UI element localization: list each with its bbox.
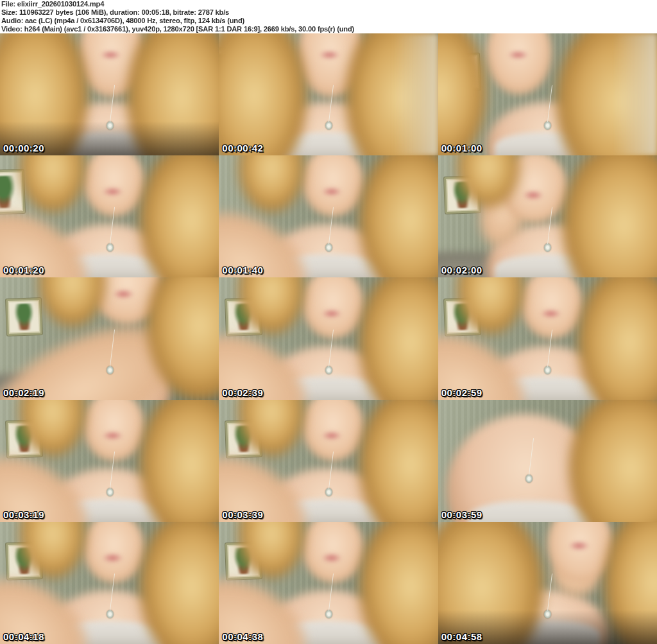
hair-right-silhouette (359, 522, 438, 644)
timestamp-overlay: 00:00:42 (222, 143, 263, 153)
timestamp-overlay: 00:01:20 (3, 265, 44, 275)
timestamp-overlay: 00:01:40 (222, 265, 263, 275)
file-info-header: File: elixiirr_202601030124.mp4 Size: 11… (0, 0, 657, 33)
lips-silhouette (541, 309, 561, 318)
hair-right-silhouette (359, 277, 438, 399)
plant-print (0, 176, 17, 209)
video-thumbnail: 00:04:38 (219, 522, 438, 644)
timestamp-overlay: 00:04:18 (3, 631, 44, 642)
lips-silhouette (322, 187, 342, 196)
lips-silhouette (322, 553, 342, 562)
lips-silhouette (101, 51, 121, 59)
timestamp-overlay: 00:01:00 (441, 143, 482, 153)
video-thumbnail: 00:02:39 (219, 277, 438, 399)
video-thumbnail: 00:00:42 (219, 33, 438, 155)
video-thumbnail: 00:03:59 (438, 400, 657, 522)
timestamp-overlay: 00:02:39 (222, 387, 263, 398)
video-thumbnail: 00:03:19 (0, 400, 219, 522)
video-contact-sheet: File: elixiirr_202601030124.mp4 Size: 11… (0, 0, 657, 644)
necklace-pendant (107, 243, 114, 252)
hair-right-silhouette (359, 155, 438, 277)
necklace-pendant (325, 488, 332, 496)
hair-right-silhouette (359, 400, 438, 522)
hair-right-silhouette (140, 400, 219, 522)
timestamp-overlay: 00:02:19 (3, 387, 44, 398)
video-thumbnail: 00:01:20 (0, 155, 219, 277)
picture-frame (6, 298, 42, 336)
video-thumbnail: 00:03:39 (219, 400, 438, 522)
doorway-light-overlay (613, 33, 657, 155)
video-thumbnail: 00:00:20 (0, 33, 219, 155)
timestamp-overlay: 00:03:59 (441, 509, 482, 520)
video-thumbnail: 00:04:58 (438, 522, 657, 644)
hair-right-silhouette (563, 155, 657, 277)
video-thumbnail: 00:01:40 (219, 155, 438, 277)
hair-right-silhouette (140, 155, 219, 277)
timestamp-overlay: 00:03:39 (222, 509, 263, 520)
timestamp-overlay: 00:02:00 (441, 265, 482, 275)
plant-print (12, 303, 35, 330)
thumbnail-grid: 00:00:20 00:00:42 00:01: (0, 33, 657, 644)
hair-right-silhouette (140, 522, 219, 644)
timestamp-overlay: 00:04:58 (441, 631, 482, 642)
video-thumbnail: 00:02:00 (438, 155, 657, 277)
timestamp-overlay: 00:00:20 (3, 143, 44, 153)
file-size-line: Size: 110963227 bytes (106 MiB), duratio… (1, 8, 637, 17)
hair-right-silhouette (578, 277, 657, 399)
necklace-pendant (325, 366, 332, 374)
video-info-line: Video: h264 (Main) (avc1 / 0x31637661), … (1, 25, 637, 33)
hair-left-silhouette (219, 33, 307, 155)
lips-silhouette (524, 191, 543, 199)
necklace-pendant (107, 488, 114, 496)
necklace-pendant (107, 610, 114, 618)
necklace-pendant (325, 610, 332, 618)
video-thumbnail: 00:04:18 (0, 522, 219, 644)
lips-silhouette (103, 553, 123, 562)
necklace-pendant (544, 366, 551, 374)
necklace-pendant (325, 121, 332, 130)
hair-right-silhouette (569, 400, 657, 522)
timestamp-overlay: 00:03:19 (3, 509, 44, 520)
lips-silhouette (320, 51, 339, 59)
file-name-line: File: elixiirr_202601030124.mp4 (1, 0, 637, 8)
lips-silhouette (569, 541, 589, 550)
timestamp-overlay: 00:02:59 (441, 387, 482, 398)
timestamp-overlay: 00:04:38 (222, 631, 263, 642)
lips-silhouette (114, 290, 133, 298)
lips-silhouette (103, 187, 123, 196)
lips-silhouette (508, 51, 528, 59)
necklace-pendant (107, 366, 114, 374)
audio-info-line: Audio: aac (LC) (mp4a / 0x6134706D), 480… (1, 17, 637, 25)
video-thumbnail: 00:01:00 (438, 33, 657, 155)
necklace-pendant (107, 121, 114, 130)
video-thumbnail: 00:02:19 (0, 277, 219, 399)
doorway-light-overlay (394, 33, 438, 155)
video-thumbnail: 00:02:59 (438, 277, 657, 399)
